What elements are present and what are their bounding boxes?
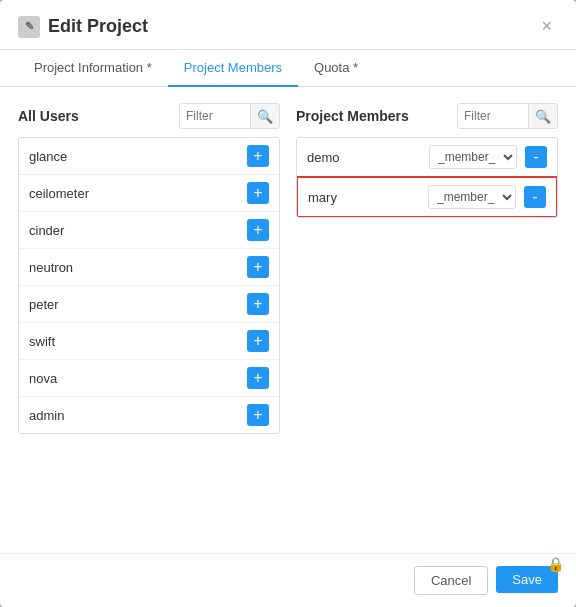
role-select[interactable]: _member_admin bbox=[429, 145, 517, 169]
member-row-actions: _member_admin - bbox=[428, 185, 546, 209]
add-user-button[interactable]: + bbox=[247, 367, 269, 389]
user-name: neutron bbox=[29, 260, 73, 275]
all-users-filter-input[interactable] bbox=[180, 107, 250, 125]
edit-icon: ✎ bbox=[18, 16, 40, 38]
project-members-filter-button[interactable]: 🔍 bbox=[528, 104, 557, 128]
user-name: swift bbox=[29, 334, 55, 349]
role-select[interactable]: _member_admin bbox=[428, 185, 516, 209]
edit-project-modal: ✎ Edit Project × Project Information * P… bbox=[0, 0, 576, 607]
modal-footer: Cancel Save 🔒 bbox=[0, 553, 576, 607]
modal-body: All Users 🔍 glance + ceilometer + cinder… bbox=[0, 87, 576, 553]
list-item: mary _member_admin - bbox=[296, 176, 558, 218]
all-users-title: All Users bbox=[18, 108, 79, 124]
remove-member-button[interactable]: - bbox=[525, 146, 547, 168]
list-item: nova + bbox=[19, 360, 279, 397]
list-item: cinder + bbox=[19, 212, 279, 249]
user-name: glance bbox=[29, 149, 67, 164]
tab-project-information[interactable]: Project Information * bbox=[18, 50, 168, 87]
project-members-list: demo _member_admin - mary _member_admin … bbox=[296, 137, 558, 218]
list-item: peter + bbox=[19, 286, 279, 323]
user-name: admin bbox=[29, 408, 64, 423]
remove-member-button[interactable]: - bbox=[524, 186, 546, 208]
list-item: swift + bbox=[19, 323, 279, 360]
add-user-button[interactable]: + bbox=[247, 404, 269, 426]
list-item: ceilometer + bbox=[19, 175, 279, 212]
user-name: peter bbox=[29, 297, 59, 312]
lock-icon: 🔒 bbox=[547, 556, 564, 572]
all-users-filter-button[interactable]: 🔍 bbox=[250, 104, 279, 128]
add-user-button[interactable]: + bbox=[247, 330, 269, 352]
add-user-button[interactable]: + bbox=[247, 256, 269, 278]
add-user-button[interactable]: + bbox=[247, 182, 269, 204]
list-item: demo _member_admin - bbox=[297, 138, 557, 177]
modal-header: ✎ Edit Project × bbox=[0, 0, 576, 50]
project-members-filter-input[interactable] bbox=[458, 107, 528, 125]
member-row-actions: _member_admin - bbox=[429, 145, 547, 169]
all-users-panel: All Users 🔍 glance + ceilometer + cinder… bbox=[18, 103, 280, 537]
modal-title-text: Edit Project bbox=[48, 16, 148, 37]
user-name: nova bbox=[29, 371, 57, 386]
add-user-button[interactable]: + bbox=[247, 293, 269, 315]
cancel-button[interactable]: Cancel bbox=[414, 566, 488, 595]
user-name: ceilometer bbox=[29, 186, 89, 201]
all-users-list: glance + ceilometer + cinder + neutron +… bbox=[18, 137, 280, 434]
tab-project-members[interactable]: Project Members bbox=[168, 50, 298, 87]
project-members-panel-header: Project Members 🔍 bbox=[296, 103, 558, 129]
member-name: mary bbox=[308, 190, 337, 205]
modal-title: ✎ Edit Project bbox=[18, 16, 148, 38]
project-members-title: Project Members bbox=[296, 108, 409, 124]
member-name: demo bbox=[307, 150, 340, 165]
user-name: cinder bbox=[29, 223, 64, 238]
add-user-button[interactable]: + bbox=[247, 219, 269, 241]
project-members-panel: Project Members 🔍 demo _member_admin - m… bbox=[296, 103, 558, 537]
all-users-panel-header: All Users 🔍 bbox=[18, 103, 280, 129]
close-button[interactable]: × bbox=[535, 14, 558, 39]
list-item: glance + bbox=[19, 138, 279, 175]
tabs-bar: Project Information * Project Members Qu… bbox=[0, 50, 576, 87]
list-item: admin + bbox=[19, 397, 279, 433]
list-item: neutron + bbox=[19, 249, 279, 286]
all-users-filter-box: 🔍 bbox=[179, 103, 280, 129]
tab-quota[interactable]: Quota * bbox=[298, 50, 374, 87]
add-user-button[interactable]: + bbox=[247, 145, 269, 167]
project-members-filter-box: 🔍 bbox=[457, 103, 558, 129]
